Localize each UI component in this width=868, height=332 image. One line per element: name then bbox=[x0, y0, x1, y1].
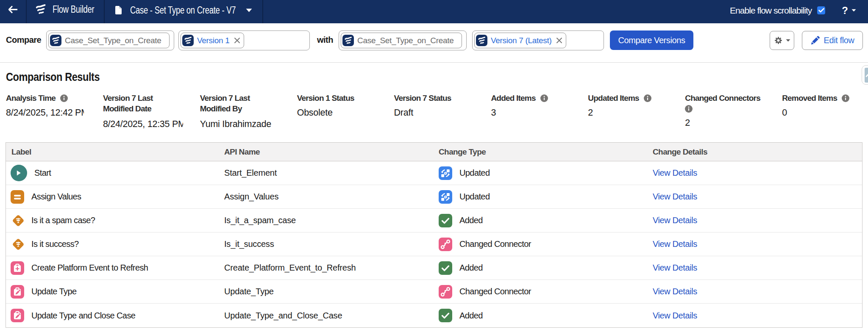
summary-label: Changed Connectors bbox=[685, 93, 765, 103]
assignment-icon bbox=[11, 190, 24, 204]
summary-label-glyph: Analysis Time bbox=[6, 93, 56, 103]
info-icon[interactable] bbox=[60, 94, 68, 102]
summary-value: 8/24/2025, 12:42 PM bbox=[6, 107, 84, 118]
compare-toolbar: Compare Case_Set_Type_on_Create bbox=[0, 23, 868, 63]
change-type-label: Changed Connector bbox=[459, 287, 531, 296]
element-label: Is it success? bbox=[31, 239, 79, 249]
element-label: Start bbox=[34, 168, 51, 178]
changed-connector-icon-glyph bbox=[439, 238, 452, 251]
cell-change-type: Added bbox=[439, 309, 653, 322]
view-details-link[interactable]: View Details bbox=[653, 216, 697, 225]
topbar-divider bbox=[262, 0, 263, 23]
gear-icon bbox=[774, 36, 783, 45]
cell-change-details: View Details bbox=[653, 263, 862, 273]
settings-menu-button[interactable] bbox=[770, 31, 794, 50]
summary-label-glyph: Modified Date bbox=[103, 103, 151, 114]
table-row: Update Type and Close CaseUpdate_Type_an… bbox=[6, 304, 862, 327]
left-flow-name: Case_Set_Type_on_Create bbox=[65, 36, 161, 45]
remove-left-version-button[interactable] bbox=[234, 37, 240, 44]
summary-label-glyph: Updated Items bbox=[588, 93, 639, 103]
element-label: Is it a spam case? bbox=[31, 216, 95, 225]
summary-item: Added Items3 bbox=[491, 93, 571, 130]
compare-versions-button[interactable]: Compare Versions bbox=[610, 30, 693, 50]
flow-icon-glyph bbox=[52, 36, 60, 44]
element-label: Create Platform Event to Refresh bbox=[31, 263, 148, 273]
decision-icon-glyph bbox=[12, 236, 24, 253]
record-update-icon-glyph bbox=[11, 309, 24, 322]
cell-api-name: Is_it_a_spam_case bbox=[224, 216, 439, 225]
summary-item: Changed Connectors2 bbox=[685, 93, 765, 130]
cell-change-type: Updated bbox=[439, 190, 653, 204]
cell-label: Is it a spam case? bbox=[6, 214, 224, 227]
cell-change-details: View Details bbox=[653, 311, 862, 321]
summary-grid: Analysis Time8/24/2025, 12:42 PMVersion … bbox=[6, 93, 868, 130]
record-create-icon-glyph bbox=[11, 261, 24, 275]
left-version-pill[interactable]: Version 1 bbox=[181, 33, 244, 48]
cell-label: Create Platform Event to Refresh bbox=[6, 261, 224, 275]
summary-label: Version 7 Last bbox=[200, 93, 281, 103]
right-version-combobox[interactable]: Version 7 (Latest) bbox=[472, 30, 604, 50]
comparison-table: Label API Name Change Type Change Detail… bbox=[6, 142, 862, 328]
help-menu[interactable]: ? bbox=[842, 5, 856, 17]
view-details-link[interactable]: View Details bbox=[653, 239, 697, 249]
back-arrow-icon bbox=[8, 6, 18, 14]
summary-label-glyph: Modified By bbox=[200, 103, 242, 114]
view-details-link[interactable]: View Details bbox=[653, 263, 697, 272]
cell-change-type: Changed Connector bbox=[439, 285, 653, 299]
help-icon: ? bbox=[842, 5, 848, 17]
added-icon-glyph bbox=[439, 261, 452, 275]
table-row: StartStart_ElementUpdatedView Details bbox=[6, 161, 862, 185]
right-version-pill[interactable]: Version 7 (Latest) bbox=[474, 33, 566, 48]
info-icon[interactable] bbox=[540, 94, 548, 102]
view-details-link[interactable]: View Details bbox=[653, 311, 697, 320]
view-details-link[interactable]: View Details bbox=[653, 192, 697, 201]
with-label: with bbox=[317, 35, 333, 45]
topbar: Flow Builder Case - Set Type on Create -… bbox=[0, 0, 868, 23]
record-update-icon-glyph bbox=[11, 285, 24, 299]
cell-label: Start bbox=[6, 165, 224, 181]
right-flow-pill[interactable]: Case_Set_Type_on_Create bbox=[341, 33, 462, 48]
view-details-link[interactable]: View Details bbox=[653, 168, 697, 177]
added-icon-glyph bbox=[439, 214, 452, 227]
cell-change-type: Added bbox=[439, 261, 653, 275]
cell-api-name: Is_it_success bbox=[224, 239, 439, 249]
table-header-row: Label API Name Change Type Change Detail… bbox=[6, 143, 862, 161]
flow-tab[interactable]: Case - Set Type on Create - V7 bbox=[115, 0, 262, 20]
info-icon[interactable] bbox=[685, 105, 693, 113]
left-flow-combobox[interactable]: Case_Set_Type_on_Create bbox=[46, 30, 174, 50]
cell-label: Update Type and Close Case bbox=[6, 309, 224, 322]
summary-value: 3 bbox=[491, 107, 569, 118]
back-button[interactable] bbox=[0, 0, 26, 19]
flow-icon-glyph bbox=[184, 36, 192, 44]
summary-label-glyph: Changed Connectors bbox=[685, 93, 760, 103]
edit-flow-button[interactable]: Edit flow bbox=[802, 31, 863, 50]
topbar-divider bbox=[104, 0, 105, 23]
right-flow-combobox[interactable]: Case_Set_Type_on_Create bbox=[339, 30, 467, 50]
added-icon bbox=[439, 309, 452, 322]
changed-connector-icon bbox=[439, 285, 452, 299]
cell-change-type: Updated bbox=[439, 166, 653, 180]
cell-change-details: View Details bbox=[653, 216, 862, 225]
summary-item: Version 7 StatusDraft bbox=[394, 93, 475, 130]
summary-label: Updated Items bbox=[588, 93, 668, 103]
left-version-combobox[interactable]: Version 1 bbox=[178, 30, 310, 50]
info-icon[interactable] bbox=[644, 94, 651, 102]
column-header-change-details: Change Details bbox=[653, 147, 862, 157]
element-label: Update Type and Close Case bbox=[31, 311, 135, 321]
view-details-link[interactable]: View Details bbox=[653, 287, 697, 296]
table-row: Is it success?Is_it_successChanged Conne… bbox=[6, 232, 862, 256]
info-icon[interactable] bbox=[842, 94, 849, 102]
updated-icon bbox=[439, 166, 452, 180]
chevron-up-icon bbox=[865, 73, 868, 77]
remove-right-version-button[interactable] bbox=[556, 37, 562, 44]
scrollbar-fragment[interactable] bbox=[862, 65, 868, 85]
change-type-label: Changed Connector bbox=[459, 239, 531, 249]
info-icon-glyph bbox=[540, 94, 548, 102]
start-icon-glyph bbox=[11, 165, 27, 181]
column-header-label: Label bbox=[6, 147, 224, 157]
change-type-label: Updated bbox=[459, 168, 490, 178]
scrollability-checkbox[interactable] bbox=[817, 6, 825, 14]
summary-label-line2 bbox=[685, 105, 765, 113]
summary-value: 2 bbox=[685, 117, 763, 128]
left-flow-pill[interactable]: Case_Set_Type_on_Create bbox=[48, 33, 170, 48]
